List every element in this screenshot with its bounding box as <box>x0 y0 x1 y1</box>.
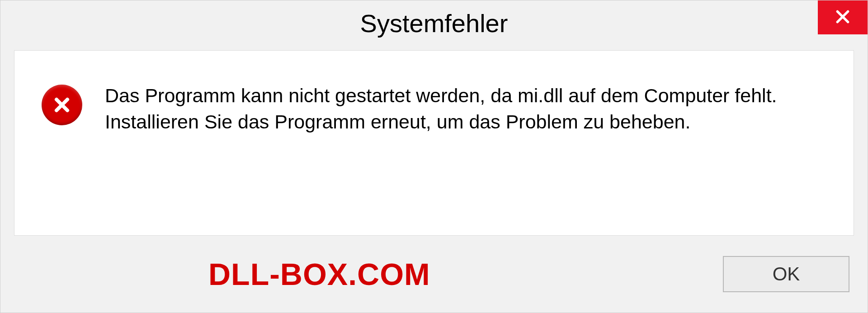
close-icon <box>834 8 852 28</box>
error-message: Das Programm kann nicht gestartet werden… <box>105 82 826 135</box>
watermark-text: DLL-BOX.COM <box>208 256 430 292</box>
ok-button[interactable]: OK <box>723 256 849 292</box>
titlebar: Systemfehler <box>0 0 868 46</box>
error-icon-container <box>42 82 82 125</box>
dialog-footer: DLL-BOX.COM OK <box>0 245 868 313</box>
content-panel: Das Programm kann nicht gestartet werden… <box>14 50 854 236</box>
dialog-title: Systemfehler <box>360 9 508 38</box>
close-button[interactable] <box>818 0 868 34</box>
error-dialog: Systemfehler Das Programm kann nicht ges… <box>0 0 868 313</box>
error-icon <box>42 85 82 125</box>
ok-button-label: OK <box>773 263 800 285</box>
